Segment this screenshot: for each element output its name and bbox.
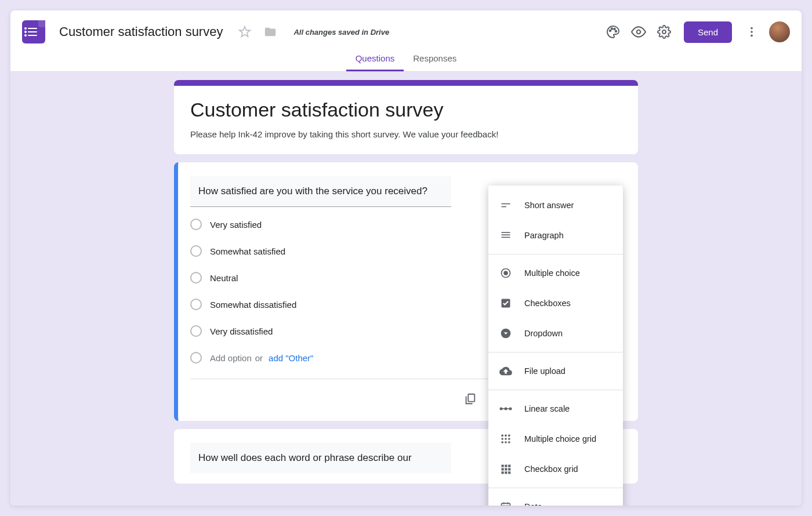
- svg-point-33: [508, 441, 510, 444]
- cloud-upload-icon: [499, 364, 513, 378]
- menu-checkbox-grid[interactable]: Checkbox grid: [488, 454, 623, 484]
- form-title-text[interactable]: Customer satisfaction survey: [190, 99, 622, 121]
- add-option-link[interactable]: Add option: [210, 353, 252, 363]
- svg-point-25: [501, 434, 503, 437]
- svg-rect-24: [501, 408, 510, 409]
- menu-file-upload[interactable]: File upload: [488, 356, 623, 386]
- svg-point-27: [508, 434, 510, 437]
- menu-short-answer[interactable]: Short answer: [488, 190, 623, 220]
- menu-divider: [488, 352, 623, 353]
- svg-point-7: [751, 31, 753, 33]
- radio-icon: [190, 245, 202, 257]
- tab-bar: Questions Responses: [10, 48, 802, 72]
- settings-gear-icon[interactable]: [654, 21, 675, 42]
- add-other-link[interactable]: add "Other": [269, 353, 313, 363]
- option-label[interactable]: Neutral: [210, 273, 238, 283]
- svg-point-0: [610, 30, 611, 32]
- question-type-menu: Short answer Paragraph Multiple choice C: [488, 186, 623, 506]
- star-icon[interactable]: [234, 21, 255, 42]
- svg-rect-42: [508, 471, 510, 474]
- menu-dropdown[interactable]: Dropdown: [488, 318, 623, 348]
- radio-icon: [190, 299, 202, 310]
- menu-paragraph[interactable]: Paragraph: [488, 220, 623, 250]
- svg-point-26: [505, 434, 507, 437]
- svg-rect-39: [508, 468, 510, 470]
- svg-point-29: [505, 438, 507, 440]
- menu-divider: [488, 254, 623, 255]
- menu-divider: [488, 390, 623, 390]
- calendar-icon: [499, 500, 513, 506]
- radio-icon: [190, 352, 202, 364]
- menu-linear-scale[interactable]: Linear scale: [488, 394, 623, 424]
- svg-rect-16: [502, 237, 510, 238]
- svg-rect-9: [468, 394, 474, 402]
- menu-divider: [488, 488, 623, 488]
- tab-responses[interactable]: Responses: [404, 48, 466, 71]
- folder-icon[interactable]: [260, 21, 281, 42]
- svg-rect-36: [508, 465, 510, 467]
- dropdown-circle-icon: [499, 326, 513, 340]
- svg-point-8: [751, 35, 753, 37]
- app-window: Customer satisfaction survey All changes…: [10, 10, 802, 506]
- dot-grid-icon: [499, 432, 513, 446]
- svg-rect-35: [505, 465, 507, 467]
- linear-scale-icon: [499, 402, 513, 416]
- palette-icon[interactable]: [603, 21, 624, 42]
- svg-rect-13: [502, 206, 506, 208]
- svg-rect-37: [502, 468, 504, 470]
- form-canvas: Customer satisfaction survey Please help…: [10, 72, 802, 506]
- svg-rect-43: [502, 503, 510, 506]
- option-label[interactable]: Very satisfied: [210, 220, 262, 230]
- svg-rect-41: [505, 471, 507, 474]
- form-title-card[interactable]: Customer satisfaction survey Please help…: [174, 80, 638, 154]
- header-toolbar: Customer satisfaction survey All changes…: [10, 10, 802, 48]
- checkbox-checked-icon: [499, 296, 513, 310]
- svg-point-31: [501, 441, 503, 444]
- svg-point-4: [637, 30, 641, 34]
- svg-rect-38: [505, 468, 507, 470]
- svg-point-28: [501, 438, 503, 440]
- radio-icon: [190, 219, 202, 230]
- option-label[interactable]: Very dissatisfied: [210, 326, 273, 336]
- forms-app-icon[interactable]: [22, 20, 45, 43]
- form-description-text[interactable]: Please help Ink-42 improve by taking thi…: [190, 129, 622, 139]
- svg-rect-14: [502, 232, 510, 233]
- svg-rect-12: [502, 204, 510, 205]
- menu-multiple-choice-grid[interactable]: Multiple choice grid: [488, 424, 623, 454]
- short-answer-icon: [499, 198, 513, 212]
- save-status-text: All changes saved in Drive: [293, 28, 389, 37]
- radio-icon: [190, 325, 202, 337]
- question-text-input[interactable]: [190, 176, 451, 207]
- svg-rect-34: [502, 465, 504, 467]
- svg-point-3: [615, 31, 617, 32]
- send-button[interactable]: Send: [684, 21, 732, 43]
- svg-point-30: [508, 438, 510, 440]
- square-grid-icon: [499, 462, 513, 476]
- menu-checkboxes[interactable]: Checkboxes: [488, 288, 623, 318]
- question-text-peek[interactable]: How well does each word or phrase descri…: [190, 443, 451, 473]
- radio-icon: [190, 272, 202, 284]
- user-avatar[interactable]: [769, 21, 790, 42]
- menu-multiple-choice[interactable]: Multiple choice: [488, 258, 623, 288]
- tab-questions[interactable]: Questions: [346, 48, 404, 71]
- radio-selected-icon: [499, 266, 513, 280]
- or-text: or: [255, 353, 263, 363]
- more-vertical-icon[interactable]: [741, 21, 762, 42]
- svg-point-2: [614, 28, 615, 30]
- option-label[interactable]: Somewhat satisfied: [210, 246, 285, 256]
- menu-date[interactable]: Date: [488, 492, 623, 506]
- duplicate-icon[interactable]: [458, 387, 481, 410]
- document-title[interactable]: Customer satisfaction survey: [56, 24, 226, 39]
- preview-eye-icon[interactable]: [628, 21, 649, 42]
- svg-point-32: [505, 441, 507, 444]
- svg-rect-15: [502, 234, 510, 235]
- svg-point-6: [751, 27, 753, 30]
- svg-point-1: [611, 28, 613, 30]
- svg-point-18: [503, 271, 508, 275]
- paragraph-icon: [499, 228, 513, 242]
- svg-point-5: [662, 30, 666, 34]
- option-label[interactable]: Somewhat dissatisfied: [210, 300, 296, 310]
- svg-rect-40: [502, 471, 504, 474]
